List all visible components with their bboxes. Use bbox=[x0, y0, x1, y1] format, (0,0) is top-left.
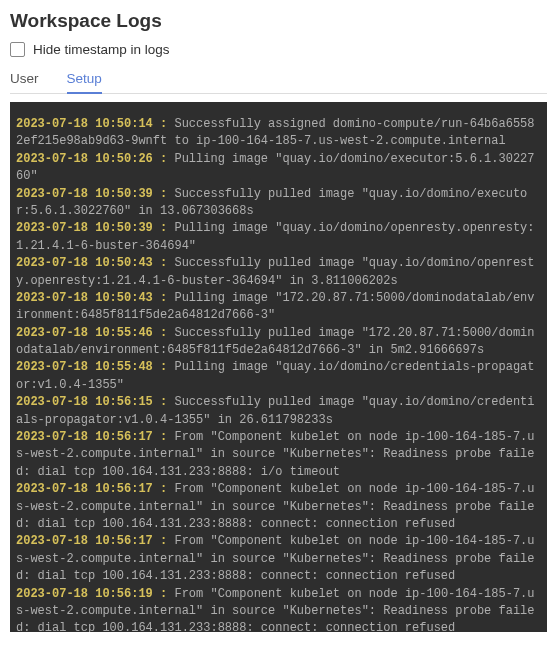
hide-timestamp-option: Hide timestamp in logs bbox=[10, 42, 547, 57]
log-line: 2023-07-18 10:55:48 : Pulling image "qua… bbox=[16, 359, 541, 394]
hide-timestamp-label: Hide timestamp in logs bbox=[33, 42, 170, 57]
page-title: Workspace Logs bbox=[10, 10, 547, 32]
log-line: 2023-07-18 10:50:39 : Successfully pulle… bbox=[16, 186, 541, 221]
log-line: 2023-07-18 10:56:17 : From "Component ku… bbox=[16, 429, 541, 481]
log-line: 2023-07-18 10:50:26 : Pulling image "qua… bbox=[16, 151, 541, 186]
log-timestamp: 2023-07-18 10:50:14 : bbox=[16, 117, 174, 131]
log-line: 2023-07-18 10:50:39 : Pulling image "qua… bbox=[16, 220, 541, 255]
log-timestamp: 2023-07-18 10:50:39 : bbox=[16, 187, 174, 201]
log-timestamp: 2023-07-18 10:56:19 : bbox=[16, 587, 174, 601]
log-line: 2023-07-18 10:50:14 : Successfully assig… bbox=[16, 116, 541, 151]
log-line: 2023-07-18 10:56:17 : From "Component ku… bbox=[16, 533, 541, 585]
log-timestamp: 2023-07-18 10:56:15 : bbox=[16, 395, 174, 409]
log-timestamp: 2023-07-18 10:56:17 : bbox=[16, 482, 174, 496]
log-timestamp: 2023-07-18 10:50:39 : bbox=[16, 221, 174, 235]
tab-setup[interactable]: Setup bbox=[67, 67, 102, 94]
log-output[interactable]: 2023-07-18 10:50:14 : Successfully assig… bbox=[10, 102, 547, 632]
tab-user[interactable]: User bbox=[10, 67, 39, 94]
log-timestamp: 2023-07-18 10:50:43 : bbox=[16, 256, 174, 270]
log-timestamp: 2023-07-18 10:56:17 : bbox=[16, 534, 174, 548]
log-line: 2023-07-18 10:56:19 : From "Component ku… bbox=[16, 586, 541, 632]
log-line: 2023-07-18 10:56:17 : From "Component ku… bbox=[16, 481, 541, 533]
log-timestamp: 2023-07-18 10:50:26 : bbox=[16, 152, 174, 166]
log-timestamp: 2023-07-18 10:55:46 : bbox=[16, 326, 174, 340]
log-timestamp: 2023-07-18 10:55:48 : bbox=[16, 360, 174, 374]
log-line: 2023-07-18 10:50:43 : Successfully pulle… bbox=[16, 255, 541, 290]
hide-timestamp-checkbox[interactable] bbox=[10, 42, 25, 57]
log-line: 2023-07-18 10:55:46 : Successfully pulle… bbox=[16, 325, 541, 360]
log-tabs: User Setup bbox=[10, 67, 547, 94]
log-line: 2023-07-18 10:50:43 : Pulling image "172… bbox=[16, 290, 541, 325]
log-line: 2023-07-18 10:56:15 : Successfully pulle… bbox=[16, 394, 541, 429]
log-timestamp: 2023-07-18 10:50:43 : bbox=[16, 291, 174, 305]
log-timestamp: 2023-07-18 10:56:17 : bbox=[16, 430, 174, 444]
